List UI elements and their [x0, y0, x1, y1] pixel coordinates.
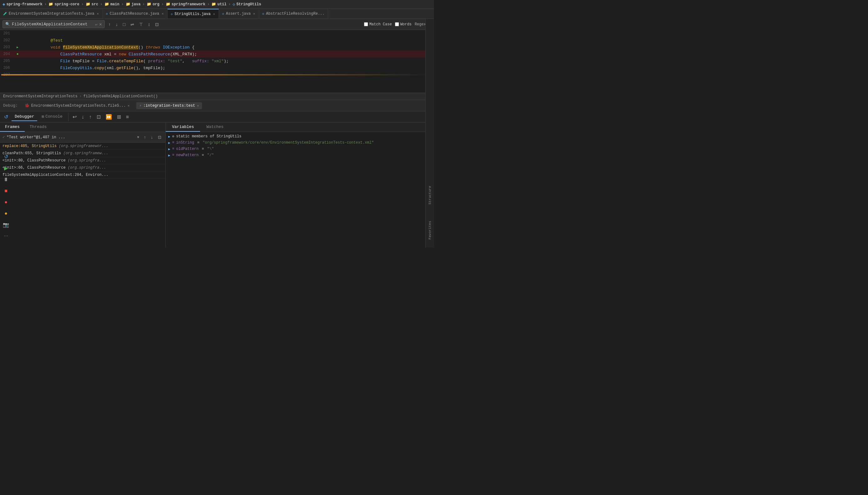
tab-stringutils[interactable]: ◇ StringUtils.java ✕ [167, 9, 219, 18]
stack-frame-0[interactable]: replace:405, StringUtils (org.springfram… [0, 143, 165, 150]
thread-filter-button[interactable]: ⊡ [156, 134, 163, 140]
debug-side-icons: ↺ ▶ ⏸ ■ ● ● 📷 ⋯ [0, 150, 12, 242]
words-option[interactable]: Words [395, 22, 411, 27]
breadcrumb-java[interactable]: java [131, 2, 141, 6]
clear-search-button[interactable]: ✕ [99, 22, 102, 27]
breadcrumb-src[interactable]: src [92, 2, 99, 6]
debug-session-env-close[interactable]: ✕ [128, 104, 129, 108]
threads-tab[interactable]: Threads [25, 123, 52, 132]
structure-label[interactable]: Structure [427, 184, 433, 206]
variables-tab[interactable]: Variables [166, 123, 200, 132]
main-layout: ◈ spring-framework › 📁 spring-core › 📁 s… [0, 0, 434, 248]
tab-abstract[interactable]: ◇ AbstractFileResolvingRe... [259, 9, 328, 18]
thread-check-icon: ✓ [2, 135, 5, 139]
side-more-button[interactable]: ⋯ [2, 233, 10, 239]
side-restart-button[interactable]: ↺ [2, 153, 10, 160]
tab-stringutils-close[interactable]: ✕ [212, 12, 215, 16]
breadcrumb-springframework[interactable]: springframework [172, 2, 206, 6]
search-expand-button[interactable]: □ [122, 21, 127, 28]
tab-classpath-close[interactable]: ✕ [161, 12, 164, 16]
oldpattern-expand-icon[interactable]: ▶ [168, 147, 171, 151]
watches-tab[interactable]: Watches [200, 123, 230, 132]
debugger-tab[interactable]: Debugger [12, 113, 37, 121]
side-circle-button[interactable]: ● [3, 199, 9, 206]
debug-session-env[interactable]: 🐞 EnvironmentSystemIntegrationTests.file… [22, 102, 132, 109]
debug-label: Debug: [3, 103, 18, 108]
debug-resume-button[interactable]: ⏩ [104, 113, 113, 121]
frames-tab[interactable]: Frames [0, 123, 25, 132]
breadcrumb-project[interactable]: spring-framework [6, 2, 42, 6]
console-tab[interactable]: ⊞ Console [38, 113, 65, 121]
project-icon: ◈ [2, 2, 5, 7]
static-expand-icon[interactable]: ▶ [168, 135, 171, 139]
search-input-wrapper[interactable]: 🔍 ↵ ✕ [2, 20, 105, 28]
folder-icon-5: 📁 [147, 2, 151, 6]
debug-step-over-button[interactable]: ↩ [71, 113, 78, 121]
regex-label: Regex [414, 22, 426, 27]
debug-evaluate-button[interactable]: ⊞ [116, 113, 123, 121]
breadcrumb-org[interactable]: org [153, 2, 159, 6]
tab-assert-close[interactable]: ✕ [253, 12, 256, 16]
run-icon-203[interactable]: ▶ [17, 45, 18, 49]
debug-session-env-icon: 🐞 [25, 103, 30, 108]
search-next-button[interactable]: ↓ [114, 21, 119, 28]
folder-icon-4: 📁 [126, 2, 130, 6]
side-stop-button[interactable]: ■ [3, 187, 9, 194]
stack-frame-3[interactable]: <init>:66, ClassPathResource (org.spring… [0, 164, 165, 171]
tab-assert[interactable]: ◇ Assert.java ✕ [219, 9, 259, 18]
instring-expand-icon[interactable]: ▶ [168, 141, 171, 145]
debug-restart-button[interactable]: ↺ [2, 113, 10, 121]
var-item-newpattern[interactable]: ▶ ≡ newPattern = "/" [166, 152, 434, 158]
search-option3-button[interactable]: ↕ [147, 21, 151, 28]
search-option2-button[interactable]: ⊤ [138, 21, 144, 28]
newpattern-icon: ≡ [172, 153, 175, 157]
match-case-option[interactable]: Match Case [364, 22, 392, 27]
search-filter-button[interactable]: ⊡ [154, 21, 160, 28]
side-run-button[interactable]: ▶ [2, 164, 10, 172]
debug-session-integration[interactable]: ⚡ :integration-tests:test ✕ [136, 102, 202, 109]
frames-panel: Frames Threads ✓ "Test worker"@1,407 in … [0, 123, 166, 248]
stack-frame-2[interactable]: <init>:80, ClassPathResource (org.spring… [0, 157, 165, 164]
search-input[interactable] [12, 22, 93, 27]
search-toolbar: ↑ ↓ □ ⇌ ⊤ ↕ ⊡ [107, 21, 160, 28]
search-prev-button[interactable]: ↑ [107, 21, 112, 28]
breadcrumb-util[interactable]: util [217, 2, 226, 6]
enter-icon: ↵ [95, 22, 97, 27]
thread-nav-up[interactable]: ↑ [142, 134, 147, 140]
debug-step-into-button[interactable]: ↓ [80, 113, 86, 121]
debug-step-out-button[interactable]: ↑ [88, 113, 93, 121]
folder-icon-2: 📁 [86, 2, 90, 6]
tab-stringutils-icon: ◇ [171, 12, 173, 16]
tab-env-tests-close[interactable]: ✕ [96, 12, 100, 16]
side-circle-orange-button[interactable]: ● [3, 210, 9, 217]
match-case-checkbox[interactable] [364, 22, 368, 26]
var-item-static[interactable]: ▶ ⊙ static members of StringUtils [166, 133, 434, 139]
stack-frame-4[interactable]: fileSystemXmlApplicationContext:204, Env… [0, 171, 165, 179]
tab-env-tests[interactable]: 🧪 EnvironmentSystemIntegrationTests.java… [0, 9, 103, 18]
side-pause-button[interactable]: ⏸ [2, 176, 10, 183]
newpattern-expand-icon[interactable]: ▶ [168, 153, 171, 157]
tab-classpath[interactable]: ◇ ClassPathResource.java ✕ [103, 9, 168, 18]
var-item-oldpattern[interactable]: ▶ ≡ oldPattern = "\" [166, 146, 434, 152]
words-checkbox[interactable] [395, 22, 399, 26]
debug-session-integration-close[interactable]: ✕ [197, 104, 199, 108]
folder-icon-6: 📁 [166, 2, 171, 6]
favorites-label[interactable]: Favorites [427, 219, 433, 241]
breadcrumb-stringutils[interactable]: StringUtils [236, 2, 261, 6]
side-camera-button[interactable]: 📷 [1, 221, 11, 229]
debug-settings-button[interactable]: ≡ [124, 113, 130, 121]
debug-run-to-cursor-button[interactable]: ⊡ [95, 113, 102, 121]
var-item-instring[interactable]: ▶ ≡ inString = "org/springframework/core… [166, 139, 434, 146]
stack-frame-1[interactable]: cleanPath:655, StringUtils (org.springfr… [0, 150, 165, 157]
breakpoint-icon-204[interactable]: ● [16, 52, 18, 56]
static-member-icon: ⊙ [172, 134, 175, 138]
breadcrumb-spring-core[interactable]: spring-core [54, 2, 79, 6]
search-option1-button[interactable]: ⇌ [129, 21, 136, 28]
thread-nav-down[interactable]: ↓ [149, 134, 155, 140]
tab-assert-icon: ◇ [222, 12, 224, 16]
frames-panel-tabs: Frames Threads [0, 123, 165, 132]
code-breadcrumb: EnvironmentSystemIntegrationTests › file… [0, 92, 434, 100]
tabs-bar: 🧪 EnvironmentSystemIntegrationTests.java… [0, 9, 434, 19]
thread-dropdown-icon[interactable]: ▼ [137, 136, 139, 139]
breadcrumb-main[interactable]: main [110, 2, 120, 6]
